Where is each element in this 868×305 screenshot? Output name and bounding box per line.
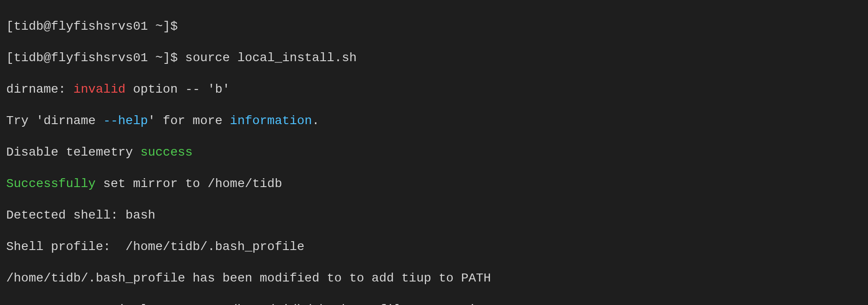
info-word: information <box>230 114 312 128</box>
prompt-at: @ <box>43 20 51 33</box>
prompt-dollar: $ <box>170 20 178 33</box>
output-text: option -- 'b' <box>126 82 230 96</box>
prompt-open: [ <box>6 51 14 65</box>
output-line: /home/tidb/.bash_profile has been modifi… <box>6 270 862 286</box>
prompt-at: @ <box>43 51 51 65</box>
output-text: set mirror to /home/tidb <box>96 177 282 191</box>
success-word: success <box>140 145 193 159</box>
terminal-output[interactable]: [tidb@flyfishsrvs01 ~]$ [tidb@flyfishsrv… <box>0 0 868 305</box>
prompt-close: ] <box>163 51 170 65</box>
prompt-close: ] <box>163 20 170 33</box>
prompt-path: ~ <box>155 51 163 65</box>
output-text: ' for more <box>148 114 230 128</box>
output-line: Try 'dirname --help' for more informatio… <box>6 113 862 129</box>
error-word: invalid <box>73 82 126 96</box>
prompt-space <box>148 51 155 65</box>
prompt-host: flyfishsrvs01 <box>51 20 148 33</box>
output-text: . <box>312 114 320 128</box>
command-text: source local_install.sh <box>185 51 356 65</box>
prompt-line: [tidb@flyfishsrvs01 ~]$ <box>6 19 862 35</box>
prompt-line: [tidb@flyfishsrvs01 ~]$ source local_ins… <box>6 50 862 66</box>
success-word: Successfully <box>6 177 96 191</box>
output-text: Disable telemetry <box>6 145 140 159</box>
output-line: Disable telemetry success <box>6 145 862 160</box>
output-text: dirname: <box>6 82 73 96</box>
output-line: Shell profile: /home/tidb/.bash_profile <box>6 239 862 255</box>
prompt-open: [ <box>6 20 14 33</box>
prompt-space <box>148 20 155 33</box>
prompt-path: ~ <box>155 20 163 33</box>
option-word: --help <box>103 114 148 128</box>
prompt-user: tidb <box>14 51 43 65</box>
prompt-host: flyfishsrvs01 <box>51 51 148 65</box>
output-line: dirname: invalid option -- 'b' <box>6 82 862 98</box>
output-line: Detected shell: bash <box>6 207 862 223</box>
prompt-dollar: $ <box>170 51 178 65</box>
output-text: Try 'dirname <box>6 114 103 128</box>
output-line: open a new terminal or source /home/tidb… <box>6 302 862 305</box>
output-line: Successfully set mirror to /home/tidb <box>6 176 862 192</box>
prompt-user: tidb <box>14 20 43 33</box>
